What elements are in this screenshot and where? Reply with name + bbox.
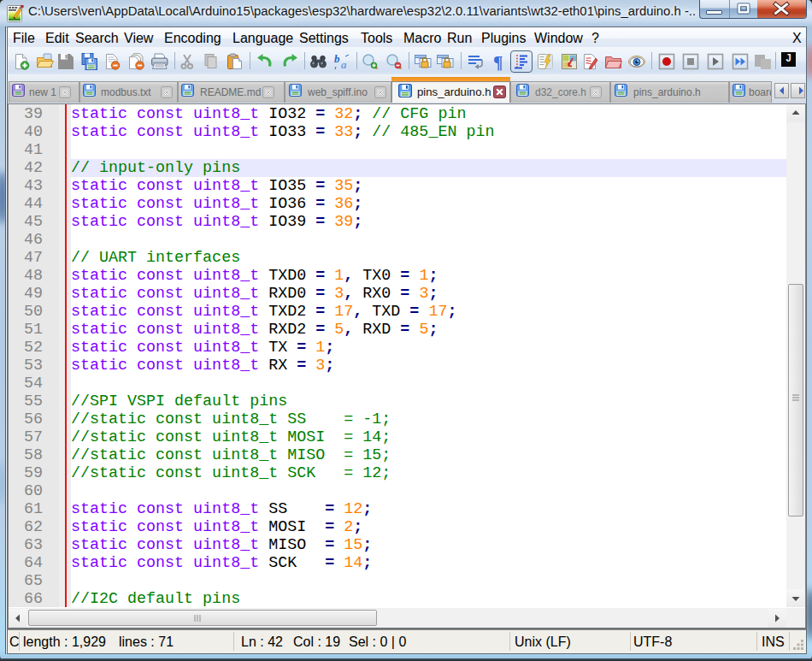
svg-text:¶: ¶ — [493, 52, 503, 72]
svg-text:b: b — [334, 53, 340, 65]
svg-text:a: a — [341, 58, 347, 70]
